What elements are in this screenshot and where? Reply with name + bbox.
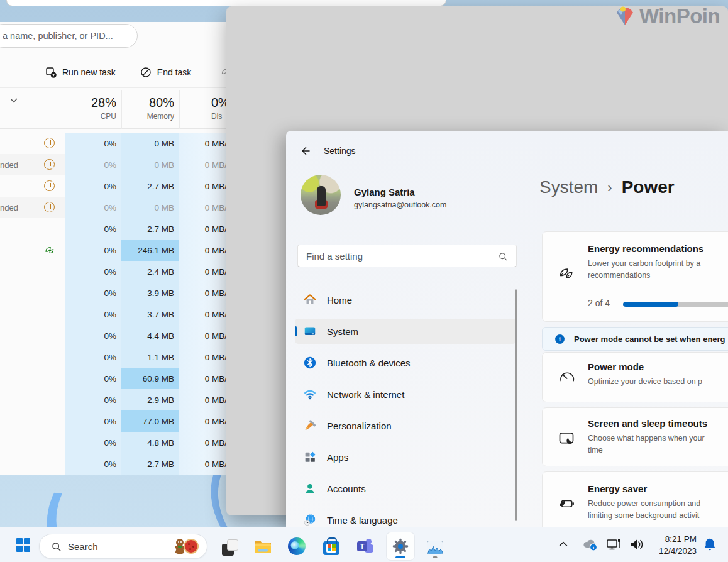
sidebar-item-accounts[interactable]: Accounts <box>295 476 516 501</box>
edge-button[interactable] <box>283 532 311 560</box>
search-holiday-decoration <box>174 538 199 554</box>
cpu-column-header[interactable]: 28% CPU <box>65 90 121 129</box>
disk-column-header[interactable]: 0% Dis <box>179 90 228 129</box>
taskbar-clock[interactable]: 8:21 PM 12/4/2023 <box>646 533 697 557</box>
memory-cell: 2.4 MB <box>121 261 179 282</box>
progress-bar-fill <box>623 302 678 307</box>
home-icon <box>303 293 317 307</box>
process-status-cell <box>0 346 65 368</box>
table-row[interactable]: 0%2.7 MB0 MB/ <box>0 453 228 475</box>
table-row[interactable]: 0%4.8 MB0 MB/ <box>0 432 228 453</box>
suspended-icon <box>44 180 55 192</box>
energy-saver-card[interactable]: Energy saver Reduce power consumption an… <box>542 471 728 527</box>
table-row[interactable]: 0%3.7 MB0 MB/ <box>0 304 228 325</box>
apps-icon <box>303 450 317 464</box>
memory-cell: 246.1 MB <box>121 240 179 261</box>
teams-button[interactable]: T <box>352 532 380 560</box>
disk-cell: 0 MB/ <box>179 368 228 389</box>
task-manager-search-input[interactable]: a name, publisher, or PID... <box>0 24 138 48</box>
user-email: gylangsatria@outlook.com <box>354 201 447 209</box>
taskbar-search[interactable]: Search <box>39 534 207 559</box>
user-avatar[interactable] <box>301 175 341 215</box>
cpu-cell: 0% <box>65 154 121 175</box>
file-explorer-button[interactable] <box>249 532 277 560</box>
end-task-button[interactable]: End task <box>140 67 191 78</box>
energy-recommendations-card[interactable]: Energy recommendations Lower your carbon… <box>542 231 728 322</box>
leaf-icon <box>558 265 575 282</box>
start-button[interactable] <box>16 538 30 552</box>
sidebar-item-bluetooth-devices[interactable]: Bluetooth & devices <box>295 350 516 375</box>
disk-cell: 0 MB/ <box>179 282 228 304</box>
memory-cell: 4.8 MB <box>121 432 179 453</box>
disk-cell: 0 MB/ <box>179 304 228 325</box>
table-row[interactable]: 0%60.9 MB0 MB/ <box>0 368 228 389</box>
sidebar-item-network-internet[interactable]: Network & internet <box>295 382 516 407</box>
network-tray-button[interactable] <box>605 536 623 553</box>
memory-column-header[interactable]: 80% Memory <box>121 90 179 129</box>
table-row[interactable]: 0%2.7 MB0 MB/ <box>0 175 228 197</box>
new-task-icon <box>45 67 57 78</box>
page-title: Power <box>622 177 675 197</box>
task-view-button[interactable] <box>214 532 241 560</box>
sidebar-item-home[interactable]: Home <box>295 287 516 312</box>
process-status-cell <box>0 175 65 197</box>
chevron-down-icon[interactable] <box>9 97 18 104</box>
table-row[interactable]: 0%3.9 MB0 MB/ <box>0 282 228 304</box>
volume-tray-button[interactable] <box>627 536 646 553</box>
sidebar-item-apps[interactable]: Apps <box>295 444 516 470</box>
table-row[interactable]: 0%77.0 MB0 MB/ <box>0 410 228 432</box>
process-status-cell <box>0 133 65 154</box>
task-manager-button[interactable] <box>421 532 449 560</box>
desktop: a name, publisher, or PID... Run new tas… <box>0 0 728 562</box>
status-text: nded <box>0 203 18 212</box>
table-row[interactable]: nded0%0 MB0 MB/ <box>0 154 228 175</box>
breadcrumb-system[interactable]: System <box>539 177 598 197</box>
table-row[interactable]: nded0%0 MB0 MB/ <box>0 197 228 218</box>
table-row[interactable]: 0%2.4 MB0 MB/ <box>0 261 228 282</box>
table-row[interactable]: 0%2.9 MB0 MB/ <box>0 389 228 410</box>
memory-cell: 0 MB <box>121 154 179 175</box>
sidebar-item-time-language[interactable]: Time & language <box>295 507 516 527</box>
disk-cell: 0 MB/ <box>179 453 228 475</box>
person-icon <box>303 482 317 495</box>
memory-cell: 2.9 MB <box>121 389 179 410</box>
task-manager-column-headers: 28% CPU 80% Memory 0% Dis <box>0 90 228 129</box>
cpu-cell: 0% <box>65 432 121 453</box>
cpu-cell: 0% <box>65 282 121 304</box>
find-a-setting-input[interactable]: Find a setting <box>297 245 517 267</box>
table-row[interactable]: 0%1.1 MB0 MB/ <box>0 346 228 368</box>
background-window-strip <box>6 0 446 6</box>
process-status-cell <box>0 432 65 453</box>
efficiency-leaf-icon <box>44 245 55 256</box>
toolbar-divider <box>128 65 128 80</box>
sidebar-scrollbar[interactable] <box>515 289 517 521</box>
process-status-cell <box>0 304 65 325</box>
memory-cell: 0 MB <box>121 133 179 154</box>
back-button[interactable] <box>299 145 311 157</box>
settings-button[interactable] <box>387 532 414 560</box>
bell-icon <box>703 537 717 552</box>
table-row[interactable]: 0%0 MB0 MB/ <box>0 133 228 154</box>
chevron-up-icon <box>558 540 568 548</box>
tray-overflow-button[interactable] <box>556 536 571 551</box>
screen-sleep-card[interactable]: Screen and sleep timeouts Choose what ha… <box>542 407 728 466</box>
sidebar-item-system[interactable]: System <box>295 319 516 344</box>
table-row[interactable]: 0%4.4 MB0 MB/ <box>0 325 228 346</box>
disk-cell: 0 MB/ <box>179 346 228 368</box>
breadcrumb-chevron-icon: › <box>607 179 612 196</box>
power-mode-card[interactable]: Power mode Optimize your device based on… <box>542 352 728 402</box>
clock-time: 8:21 PM <box>646 533 697 545</box>
onedrive-tray-button[interactable]: i <box>581 536 600 553</box>
cpu-cell: 0% <box>65 133 121 154</box>
process-table: 0%0 MB0 MB/nded0%0 MB0 MB/0%2.7 MB0 MB/n… <box>0 133 228 475</box>
running-app-indicator <box>433 556 438 558</box>
microsoft-store-button[interactable] <box>317 532 345 560</box>
table-row[interactable]: 0%246.1 MB0 MB/ <box>0 240 228 261</box>
task-manager-window: a name, publisher, or PID... Run new tas… <box>0 22 228 475</box>
run-new-task-button[interactable]: Run new task <box>45 67 116 78</box>
table-row[interactable]: 0%2.7 MB0 MB/ <box>0 218 228 240</box>
notifications-button[interactable] <box>702 536 718 553</box>
sidebar-item-personalization[interactable]: Personalization <box>295 413 516 438</box>
winpoin-watermark: WinPoin <box>612 4 720 29</box>
process-status-cell <box>0 389 65 410</box>
